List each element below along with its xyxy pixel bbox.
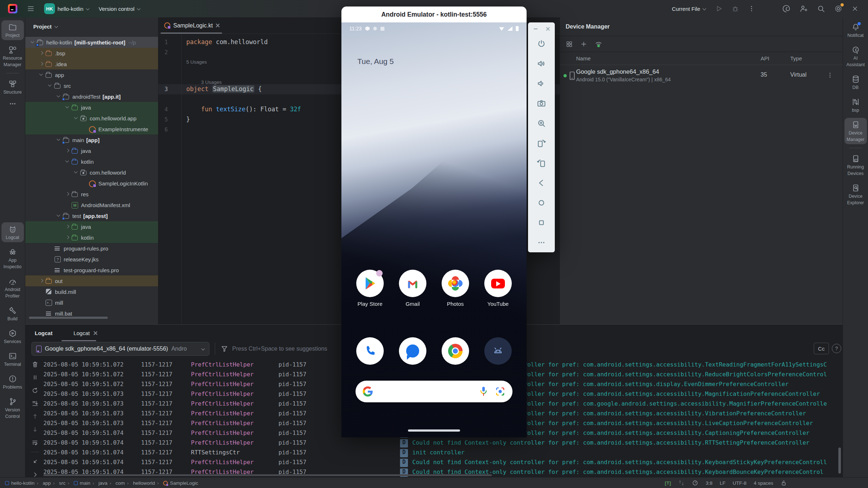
tree-chevron-icon[interactable] <box>38 50 45 56</box>
tree-chevron-icon[interactable] <box>64 202 71 208</box>
line-ending-indicator[interactable]: LF <box>720 480 726 486</box>
tree-chevron-icon[interactable] <box>47 267 54 273</box>
lock-icon[interactable] <box>780 480 787 486</box>
breadcrumb-item[interactable]: app <box>37 480 51 486</box>
tree-chevron-icon[interactable] <box>30 39 36 46</box>
match-case-toggle[interactable]: Cc <box>814 343 829 354</box>
home-date-widget[interactable]: Tue, Aug 5 <box>357 57 394 66</box>
sidebar-item-android-profiler[interactable]: Android Profiler <box>1 274 24 301</box>
logcat-row[interactable]: 2025-08-05 10:59:51.074 1157-1217 RTTSet… <box>25 448 843 458</box>
hamburger-menu-button[interactable] <box>27 5 35 13</box>
screenshot-camera-button[interactable] <box>537 99 546 108</box>
tree-row[interactable]: AndroidManifest.xml <box>25 200 158 210</box>
sidebar-item-logcat[interactable]: Logcat <box>1 222 24 242</box>
todo-indicator[interactable]: [T] <box>665 480 671 486</box>
emulator-minimize-button[interactable] <box>533 26 539 32</box>
breadcrumb-item[interactable]: hello-kotlin <box>5 480 35 486</box>
help-button[interactable]: ? <box>832 344 841 353</box>
tree-chevron-icon[interactable] <box>47 256 54 262</box>
close-tab-icon[interactable] <box>93 331 97 335</box>
code-line-3[interactable]: object SampleLogic { <box>186 85 262 93</box>
indent-indicator[interactable]: 4 spaces <box>754 480 773 486</box>
tree-chevron-icon[interactable] <box>38 299 45 306</box>
settings-button[interactable] <box>834 4 843 13</box>
volume-down-button[interactable] <box>537 79 546 88</box>
home-button[interactable] <box>537 198 546 207</box>
sidebar-item-version-control[interactable]: Version Control <box>1 395 24 421</box>
power-button[interactable] <box>537 39 546 48</box>
device-row[interactable]: Google sdk_gphone64_x86_64 Android 15.0 … <box>560 65 843 86</box>
sidebar-item-ai-assistant[interactable]: AI Assistant <box>844 43 867 69</box>
home-indicator-bar[interactable] <box>408 429 460 432</box>
tree-row[interactable]: mill <box>25 297 158 308</box>
tree-chevron-icon[interactable] <box>64 234 71 241</box>
sidebar-item-database[interactable]: DB <box>844 72 867 92</box>
code-line-4[interactable]: fun textSize(): Float = 32f <box>186 106 301 113</box>
tree-chevron-icon[interactable] <box>47 245 54 252</box>
caret-position[interactable]: 3:8 <box>706 480 712 486</box>
sync-status-icon[interactable] <box>678 480 685 486</box>
tree-chevron-icon[interactable] <box>64 191 71 197</box>
sidebar-item-services[interactable]: Services <box>1 326 24 346</box>
logcat-row[interactable]: 2025-08-05 10:59:51.074 1157-1217 PrefCt… <box>25 458 843 467</box>
app-play-store[interactable]: Play Store <box>356 270 384 307</box>
sidebar-item-build[interactable]: Build <box>1 304 24 324</box>
sidebar-item-running-devices[interactable]: Running Devices <box>844 152 867 178</box>
tree-row[interactable]: com.helloworld <box>25 167 158 178</box>
run-config-selector[interactable]: Current File <box>672 6 706 12</box>
tree-row[interactable]: proguard-rules.pro <box>25 243 158 254</box>
rotate-left-button[interactable] <box>537 138 546 148</box>
tree-chevron-icon[interactable] <box>56 213 62 219</box>
emulator-close-button[interactable] <box>545 26 551 32</box>
dock-phone[interactable] <box>356 337 384 365</box>
breadcrumb-item[interactable]: main <box>68 480 90 486</box>
more-tool-windows-button[interactable] <box>1 97 24 110</box>
sidebar-item-notifications[interactable]: Notificat <box>844 20 867 40</box>
logcat-row[interactable]: 2025-08-05 10:59:51.074 1157-1217 PrefCt… <box>25 438 843 448</box>
sidebar-item-resource-manager[interactable]: Resource Manager <box>1 43 24 69</box>
logcat-vertical-scrollbar[interactable] <box>838 448 841 474</box>
breadcrumb-item[interactable]: SampleLogic <box>157 480 198 486</box>
tree-row[interactable]: java <box>25 145 158 156</box>
sidebar-item-structure[interactable]: Structure <box>1 77 24 97</box>
encoding-indicator[interactable]: UTF-8 <box>733 480 746 486</box>
tree-row[interactable]: hello-kotlin [mill-synthetic-root] ~/p <box>25 37 158 48</box>
sidebar-item-terminal[interactable]: Terminal <box>1 349 24 369</box>
tree-row[interactable]: src <box>25 80 158 91</box>
tree-chevron-icon[interactable] <box>64 104 71 111</box>
sidebar-item-problems[interactable]: Problems <box>1 372 24 392</box>
tree-row[interactable]: res <box>25 189 158 200</box>
tree-row[interactable]: .idea <box>25 59 158 69</box>
dock-chrome[interactable] <box>442 337 469 365</box>
add-device-button[interactable] <box>580 40 587 48</box>
dock-messages[interactable] <box>399 337 426 365</box>
app-youtube[interactable]: YouTube <box>484 270 512 307</box>
tree-row[interactable]: java <box>25 102 158 113</box>
google-search-bar[interactable] <box>356 381 512 402</box>
tree-row[interactable]: test-proguard-rules.pro <box>25 265 158 275</box>
usages-inlay-hint[interactable]: 5 Usages <box>186 59 207 65</box>
close-tab-icon[interactable] <box>216 23 220 27</box>
sidebar-item-bsp[interactable]: bsp <box>844 95 867 115</box>
voice-search-mic-icon[interactable] <box>479 386 488 397</box>
zoom-button[interactable] <box>537 119 546 128</box>
tree-row[interactable]: ExampleInstrumente <box>25 124 158 134</box>
tree-row[interactable]: out <box>25 275 158 286</box>
app-photos[interactable]: Photos <box>442 270 469 307</box>
tree-row[interactable]: androidTest [app.it] <box>25 91 158 102</box>
tree-row[interactable]: main [app] <box>25 134 158 145</box>
breadcrumb-item[interactable]: java <box>93 480 107 486</box>
rotate-right-button[interactable] <box>537 158 546 168</box>
device-actions-button[interactable] <box>827 71 833 79</box>
tab-samplelogic[interactable]: SampleLogic.kt <box>158 17 225 34</box>
tree-chevron-icon[interactable] <box>38 288 45 295</box>
tree-row[interactable]: SampleLogicInKotlin <box>25 178 158 189</box>
tree-row[interactable]: app <box>25 69 158 80</box>
app-gmail[interactable]: Gmail <box>399 270 426 307</box>
tree-row[interactable]: releaseKey.jks <box>25 254 158 265</box>
tree-row[interactable]: com.helloworld.app <box>25 113 158 124</box>
performance-gauge-icon[interactable] <box>692 480 698 486</box>
logcat-device-selector[interactable]: Google sdk_gphone64_x86_64 (emulator-555… <box>31 342 209 356</box>
google-lens-icon[interactable] <box>495 386 505 397</box>
sidebar-item-project[interactable]: Project <box>1 20 24 40</box>
